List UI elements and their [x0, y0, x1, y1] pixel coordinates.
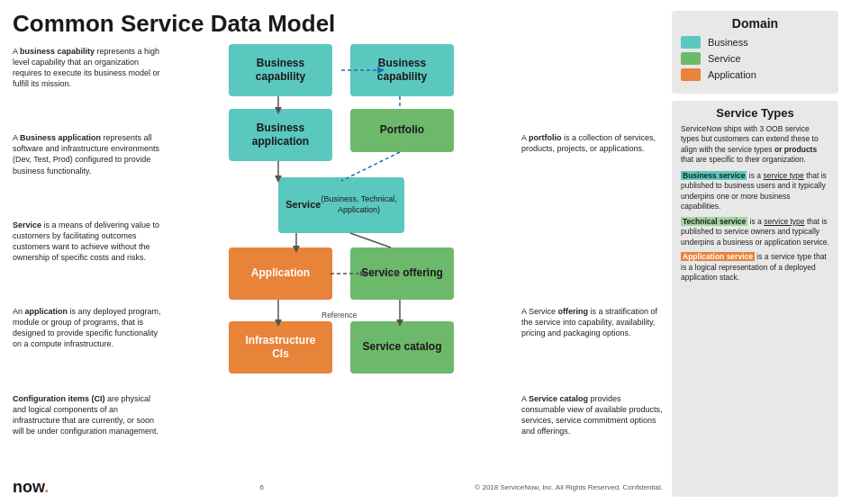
annotation-business-app: A Business application represents all so… [13, 130, 163, 213]
service-types-title: Service Types [681, 106, 829, 120]
box-business-capability-1: Business capability [229, 44, 332, 96]
legend-service-color [681, 52, 701, 65]
reference-label: Reference [321, 310, 357, 320]
service-types-box: Service Types ServiceNow ships with 3 OO… [672, 101, 838, 497]
service-type-technical: Technical service is a service type that… [681, 217, 829, 248]
annotation-offering: A Service offering is a stratification o… [521, 304, 663, 387]
legend-application: Application [681, 68, 829, 81]
page-number: 6 [260, 483, 264, 491]
box-business-capability-2: Business capability [350, 44, 454, 96]
legend-application-color [681, 68, 701, 81]
box-service: Service(Business, Technical,Application) [278, 177, 404, 233]
box-service-catalog: Service catalog [350, 321, 454, 374]
annotation-capability: A business capability represents a high … [13, 44, 163, 127]
box-service-offering: Service offering [350, 248, 454, 300]
domain-box: Domain Business Service Application [672, 11, 838, 94]
box-application: Application [229, 248, 332, 300]
box-infra-cis: Infrastructure CIs [229, 321, 332, 374]
service-type-application: Application service is a service type th… [681, 252, 829, 283]
annotation-catalog: A Service catalog provides consumable vi… [521, 392, 663, 474]
service-types-intro: ServiceNow ships with 3 OOB service type… [681, 124, 829, 166]
legend-business-label: Business [708, 37, 748, 48]
connectors [170, 44, 512, 440]
right-sidebar: Domain Business Service Application Serv… [672, 11, 838, 497]
legend-business: Business [681, 36, 829, 49]
page-title: Common Service Data Model [13, 11, 663, 37]
legend-business-color [681, 36, 701, 49]
legend-service-label: Service [708, 53, 741, 64]
annotation-empty [521, 218, 663, 301]
annotation-ci: Configuration items (CI) are physical an… [13, 392, 163, 474]
legend-application-label: Application [708, 69, 756, 80]
service-type-business: Business service is a service type that … [681, 171, 829, 212]
annotation-portfolio: A portfolio is a collection of services,… [521, 130, 663, 213]
logo: now. [13, 478, 49, 497]
box-portfolio: Portfolio [350, 109, 454, 152]
footer: now. 6 © 2018 ServiceNow, Inc. All Right… [13, 478, 663, 497]
copyright: © 2018 ServiceNow, Inc. All Rights Reser… [475, 483, 663, 491]
svg-line-10 [350, 233, 391, 248]
annotation-portfolio-right [521, 44, 663, 127]
annotation-application: An application is any deployed program, … [13, 304, 163, 387]
box-business-application: Business application [229, 109, 332, 161]
annotation-service: Service is a means of delivering value t… [13, 218, 163, 301]
diagram-area: Business capability Business capability … [170, 44, 512, 440]
legend-service: Service [681, 52, 829, 65]
domain-title: Domain [681, 16, 829, 31]
